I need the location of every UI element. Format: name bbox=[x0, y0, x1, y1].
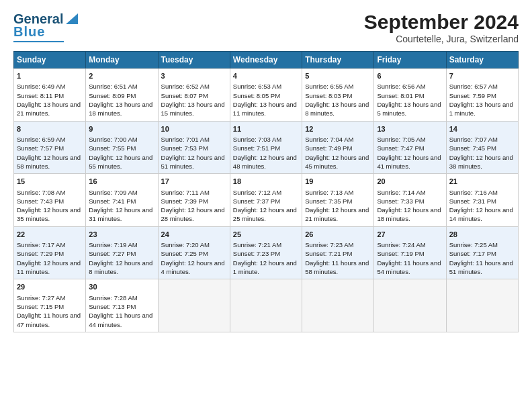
sunrise: Sunrise: 7:07 AM bbox=[449, 136, 498, 143]
table-row: 24Sunrise: 7:20 AMSunset: 7:25 PMDayligh… bbox=[158, 226, 230, 279]
day-number: 5 bbox=[305, 71, 371, 81]
sunset: Sunset: 7:19 PM bbox=[377, 250, 424, 257]
sunrise: Sunrise: 7:00 AM bbox=[89, 136, 137, 143]
day-number: 22 bbox=[17, 230, 83, 240]
day-number: 28 bbox=[449, 230, 515, 240]
day-number: 2 bbox=[89, 71, 154, 81]
day-number: 9 bbox=[89, 124, 154, 134]
col-saturday: Saturday bbox=[446, 52, 518, 68]
col-thursday: Thursday bbox=[302, 52, 374, 68]
sunrise: Sunrise: 7:27 AM bbox=[17, 294, 65, 302]
sunset: Sunset: 7:35 PM bbox=[305, 197, 352, 205]
daylight: Daylight: 12 hours and 38 minutes. bbox=[449, 154, 513, 170]
day-number: 30 bbox=[89, 282, 154, 292]
sunrise: Sunrise: 6:55 AM bbox=[305, 83, 353, 90]
table-row: 18Sunrise: 7:12 AMSunset: 7:37 PMDayligh… bbox=[230, 174, 302, 227]
day-number: 8 bbox=[17, 124, 83, 134]
sunrise: Sunrise: 6:52 AM bbox=[161, 83, 210, 90]
sunset: Sunset: 8:05 PM bbox=[233, 92, 280, 99]
logo: General Blue bbox=[13, 11, 79, 42]
sunset: Sunset: 7:27 PM bbox=[89, 250, 136, 257]
sunset: Sunset: 8:01 PM bbox=[377, 92, 424, 99]
page-title: September 2024 bbox=[364, 11, 519, 34]
sunrise: Sunrise: 7:28 AM bbox=[89, 294, 137, 302]
daylight: Daylight: 13 hours and 8 minutes. bbox=[305, 101, 369, 117]
sunset: Sunset: 7:39 PM bbox=[161, 197, 208, 205]
table-row: 10Sunrise: 7:01 AMSunset: 7:53 PMDayligh… bbox=[158, 121, 230, 174]
daylight: Daylight: 13 hours and 1 minute. bbox=[449, 101, 513, 117]
daylight: Daylight: 12 hours and 58 minutes. bbox=[17, 154, 81, 170]
sunset: Sunset: 7:37 PM bbox=[233, 197, 280, 205]
daylight: Daylight: 12 hours and 18 minutes. bbox=[377, 206, 441, 222]
sunrise: Sunrise: 7:01 AM bbox=[161, 136, 210, 143]
day-number: 25 bbox=[233, 230, 299, 240]
col-monday: Monday bbox=[86, 52, 158, 68]
daylight: Daylight: 12 hours and 41 minutes. bbox=[377, 154, 441, 170]
daylight: Daylight: 12 hours and 51 minutes. bbox=[161, 154, 225, 170]
sunset: Sunset: 7:55 PM bbox=[89, 144, 136, 152]
daylight: Daylight: 12 hours and 31 minutes. bbox=[89, 206, 152, 222]
table-row: 26Sunrise: 7:23 AMSunset: 7:21 PMDayligh… bbox=[302, 226, 374, 279]
sunrise: Sunrise: 7:14 AM bbox=[377, 189, 425, 196]
sunset: Sunset: 7:49 PM bbox=[305, 144, 352, 152]
table-row: 21Sunrise: 7:16 AMSunset: 7:31 PMDayligh… bbox=[446, 174, 518, 227]
table-row bbox=[446, 279, 518, 332]
daylight: Daylight: 13 hours and 11 minutes. bbox=[233, 101, 297, 117]
day-number: 16 bbox=[89, 177, 154, 187]
sunset: Sunset: 7:47 PM bbox=[377, 144, 424, 152]
logo-blue: Blue bbox=[13, 24, 45, 40]
day-number: 20 bbox=[377, 177, 443, 187]
daylight: Daylight: 12 hours and 48 minutes. bbox=[233, 154, 297, 170]
daylight: Daylight: 13 hours and 18 minutes. bbox=[89, 101, 152, 117]
day-number: 19 bbox=[305, 177, 371, 187]
title-block: September 2024 Courtetelle, Jura, Switze… bbox=[364, 11, 519, 44]
daylight: Daylight: 12 hours and 14 minutes. bbox=[449, 206, 513, 222]
day-number: 17 bbox=[161, 177, 227, 187]
daylight: Daylight: 12 hours and 25 minutes. bbox=[233, 206, 297, 222]
sunrise: Sunrise: 7:04 AM bbox=[305, 136, 353, 143]
day-number: 24 bbox=[161, 230, 227, 240]
col-friday: Friday bbox=[374, 52, 446, 68]
day-number: 10 bbox=[161, 124, 227, 134]
table-row: 20Sunrise: 7:14 AMSunset: 7:33 PMDayligh… bbox=[374, 174, 446, 227]
sunset: Sunset: 7:31 PM bbox=[449, 197, 496, 205]
sunrise: Sunrise: 7:21 AM bbox=[233, 241, 281, 248]
sunset: Sunset: 8:11 PM bbox=[17, 92, 64, 99]
table-row bbox=[302, 279, 374, 332]
sunset: Sunset: 7:23 PM bbox=[233, 250, 280, 257]
sunset: Sunset: 8:07 PM bbox=[161, 92, 208, 99]
day-number: 3 bbox=[161, 71, 227, 81]
day-number: 21 bbox=[449, 177, 515, 187]
sunset: Sunset: 7:17 PM bbox=[449, 250, 496, 257]
sunrise: Sunrise: 6:56 AM bbox=[377, 83, 425, 90]
daylight: Daylight: 13 hours and 15 minutes. bbox=[161, 101, 225, 117]
table-row: 23Sunrise: 7:19 AMSunset: 7:27 PMDayligh… bbox=[86, 226, 158, 279]
sunrise: Sunrise: 7:05 AM bbox=[377, 136, 425, 143]
day-number: 23 bbox=[89, 230, 154, 240]
table-row: 9Sunrise: 7:00 AMSunset: 7:55 PMDaylight… bbox=[86, 121, 158, 174]
daylight: Daylight: 11 hours and 54 minutes. bbox=[377, 259, 441, 275]
sunset: Sunset: 8:03 PM bbox=[305, 92, 352, 99]
sunrise: Sunrise: 7:17 AM bbox=[17, 241, 65, 248]
sunset: Sunset: 7:45 PM bbox=[449, 144, 496, 152]
sunset: Sunset: 7:51 PM bbox=[233, 144, 280, 152]
day-number: 4 bbox=[233, 71, 299, 81]
header: General Blue September 2024 Courtetelle,… bbox=[13, 11, 519, 44]
day-number: 11 bbox=[233, 124, 299, 134]
page-subtitle: Courtetelle, Jura, Switzerland bbox=[364, 34, 519, 44]
table-row: 17Sunrise: 7:11 AMSunset: 7:39 PMDayligh… bbox=[158, 174, 230, 227]
sunrise: Sunrise: 6:51 AM bbox=[89, 83, 137, 90]
daylight: Daylight: 12 hours and 55 minutes. bbox=[89, 154, 152, 170]
sunrise: Sunrise: 7:20 AM bbox=[161, 241, 210, 248]
day-number: 6 bbox=[377, 71, 443, 81]
sunrise: Sunrise: 7:19 AM bbox=[89, 241, 137, 248]
sunrise: Sunrise: 6:53 AM bbox=[233, 83, 281, 90]
daylight: Daylight: 13 hours and 21 minutes. bbox=[17, 101, 81, 117]
table-row: 8Sunrise: 6:59 AMSunset: 7:57 PMDaylight… bbox=[14, 121, 86, 174]
daylight: Daylight: 12 hours and 4 minutes. bbox=[161, 259, 225, 275]
sunrise: Sunrise: 6:49 AM bbox=[17, 83, 65, 90]
day-number: 7 bbox=[449, 71, 515, 81]
calendar-table: Sunday Monday Tuesday Wednesday Thursday… bbox=[13, 51, 519, 332]
table-row: 16Sunrise: 7:09 AMSunset: 7:41 PMDayligh… bbox=[86, 174, 158, 227]
logo-underline bbox=[13, 41, 64, 42]
